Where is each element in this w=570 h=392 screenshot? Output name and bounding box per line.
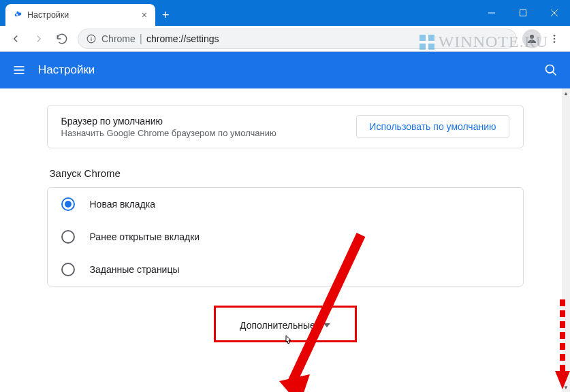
default-browser-card: Браузер по умолчанию Назначить Google Ch… <box>47 105 524 148</box>
menu-button[interactable] <box>544 29 565 49</box>
site-info-icon[interactable] <box>86 34 96 44</box>
startup-section-title: Запуск Chrome <box>50 167 524 179</box>
address-url: chrome://settings <box>146 33 219 44</box>
address-bar[interactable]: Chrome | chrome://settings <box>78 29 517 49</box>
window-titlebar: Настройки × + <box>0 0 570 26</box>
scroll-up-button[interactable]: ▲ <box>562 88 570 98</box>
tab-title: Настройки <box>27 10 139 20</box>
kebab-icon <box>549 33 560 44</box>
settings-menu-button[interactable] <box>12 63 26 77</box>
address-brand: Chrome <box>101 33 136 44</box>
svg-point-8 <box>554 35 556 37</box>
radio-label: Новая вкладка <box>90 199 156 210</box>
advanced-toggle[interactable]: Дополнительные <box>214 306 357 342</box>
startup-option-pages[interactable]: Заданные страницы <box>48 253 523 286</box>
svg-point-5 <box>91 36 91 37</box>
forward-button[interactable] <box>29 29 49 49</box>
arrow-right-icon <box>33 33 45 45</box>
close-window-button[interactable] <box>539 0 570 26</box>
svg-rect-6 <box>91 38 91 41</box>
scroll-down-button[interactable]: ▼ <box>562 382 570 392</box>
advanced-label: Дополнительные <box>240 320 315 331</box>
startup-options-card: Новая вкладка Ранее открытые вкладки Зад… <box>47 187 524 287</box>
minimize-button[interactable] <box>476 0 507 26</box>
radio-icon <box>61 263 75 276</box>
titlebar-drag-area[interactable] <box>176 0 476 26</box>
radio-label: Ранее открытые вкладки <box>90 231 200 242</box>
svg-point-7 <box>530 35 534 39</box>
window-controls <box>476 0 570 26</box>
default-browser-title: Браузер по умолчанию <box>61 116 357 127</box>
svg-point-9 <box>554 37 556 39</box>
reload-button[interactable] <box>52 29 72 49</box>
browser-tab[interactable]: Настройки × <box>5 4 155 26</box>
minimize-icon <box>488 10 495 16</box>
chevron-down-icon <box>323 323 330 327</box>
radio-label: Заданные страницы <box>90 264 180 275</box>
hamburger-icon <box>12 63 26 77</box>
close-icon <box>551 10 558 16</box>
settings-header: Настройки <box>0 52 570 88</box>
maximize-button[interactable] <box>507 0 539 26</box>
svg-point-10 <box>554 41 556 43</box>
profile-button[interactable] <box>522 29 541 48</box>
browser-toolbar: Chrome | chrome://settings <box>0 26 570 52</box>
back-button[interactable] <box>5 29 26 49</box>
gear-icon <box>11 10 22 20</box>
vertical-scrollbar[interactable]: ▲ ▼ <box>562 88 570 392</box>
tab-close-button[interactable]: × <box>139 8 150 22</box>
maximize-icon <box>520 10 526 16</box>
user-icon <box>526 33 538 45</box>
svg-marker-17 <box>279 374 310 392</box>
radio-icon <box>61 230 75 244</box>
search-icon <box>544 63 558 77</box>
svg-rect-1 <box>520 10 526 16</box>
set-default-button[interactable]: Использовать по умолчанию <box>356 115 509 138</box>
cursor-pointer-icon <box>283 335 294 347</box>
reload-icon <box>56 33 68 45</box>
arrow-left-icon <box>10 33 22 45</box>
startup-option-restore[interactable]: Ранее открытые вкладки <box>48 220 523 253</box>
browser-window: Настройки × + <box>0 0 570 392</box>
settings-title: Настройки <box>38 63 544 77</box>
startup-option-new-tab[interactable]: Новая вкладка <box>48 188 523 220</box>
settings-search-button[interactable] <box>544 63 558 77</box>
svg-point-14 <box>546 65 554 74</box>
default-browser-subtitle: Назначить Google Chrome браузером по умо… <box>61 128 357 138</box>
svg-line-15 <box>553 72 556 76</box>
new-tab-button[interactable]: + <box>155 4 176 26</box>
address-separator: | <box>140 33 142 45</box>
settings-content: Браузер по умолчанию Назначить Google Ch… <box>0 88 570 392</box>
plus-icon: + <box>162 8 170 22</box>
radio-icon <box>61 197 75 211</box>
